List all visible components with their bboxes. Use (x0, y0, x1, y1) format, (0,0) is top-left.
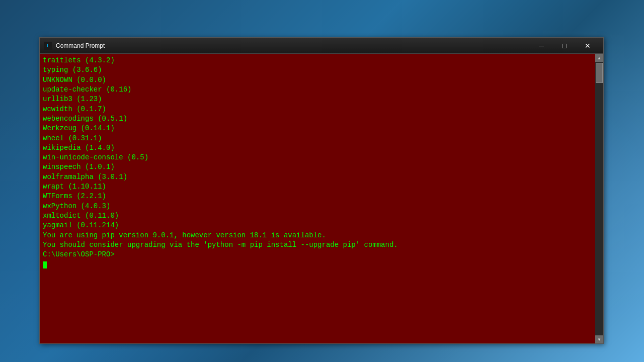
maximize-button[interactable]: □ (553, 38, 576, 54)
console-line: update-checker (0.16) (43, 85, 592, 95)
command-prompt-window: Command Prompt ─ □ ✕ traitlets (4.3.2)ty… (39, 37, 604, 344)
console-line: typing (3.6.6) (43, 65, 592, 75)
scroll-track[interactable] (595, 62, 603, 335)
console-line: You are using pip version 9.0.1, however… (43, 231, 592, 240)
scrollbar[interactable]: ▲ ▼ (595, 54, 603, 343)
window-icon (44, 42, 52, 50)
console-prompt: C:\Users\OSP-PRO> (43, 250, 592, 259)
window-title: Command Prompt (56, 42, 530, 49)
console-line: xmltodict (0.11.0) (43, 211, 592, 221)
console-line: wolframalpha (3.0.1) (43, 172, 592, 182)
console-line: webencodings (0.5.1) (43, 114, 592, 124)
console-line: WTForms (2.2.1) (43, 192, 592, 201)
console-line: wikipedia (1.4.0) (43, 143, 592, 153)
console-line: Werkzeug (0.14.1) (43, 124, 592, 133)
cursor (43, 261, 47, 268)
console-line: yagmail (0.11.214) (43, 221, 592, 230)
window-controls: ─ □ ✕ (530, 38, 599, 54)
console-line: urllib3 (1.23) (43, 95, 592, 104)
minimize-button[interactable]: ─ (530, 38, 553, 54)
console-line: wrapt (1.10.11) (43, 182, 592, 192)
svg-rect-3 (47, 44, 48, 47)
console-output: traitlets (4.3.2)typing (3.6.6)UNKNOWN (… (40, 54, 595, 343)
console-line: wcwidth (0.1.7) (43, 105, 592, 114)
svg-rect-1 (45, 45, 47, 45)
scroll-up-button[interactable]: ▲ (595, 54, 603, 62)
console-line: You should consider upgrading via the 'p… (43, 240, 592, 250)
console-line: traitlets (4.3.2) (43, 56, 592, 65)
console-line: winspeech (1.0.1) (43, 162, 592, 172)
close-button[interactable]: ✕ (576, 38, 599, 54)
console-line: win-unicode-console (0.5) (43, 153, 592, 162)
scroll-down-button[interactable]: ▼ (595, 335, 603, 343)
console-line: wxPython (4.0.3) (43, 202, 592, 211)
scroll-thumb[interactable] (596, 63, 603, 83)
console-line: wheel (0.31.1) (43, 134, 592, 143)
console-body[interactable]: traitlets (4.3.2)typing (3.6.6)UNKNOWN (… (40, 54, 603, 343)
console-line: UNKNOWN (0.0.0) (43, 75, 592, 85)
titlebar: Command Prompt ─ □ ✕ (40, 38, 603, 54)
